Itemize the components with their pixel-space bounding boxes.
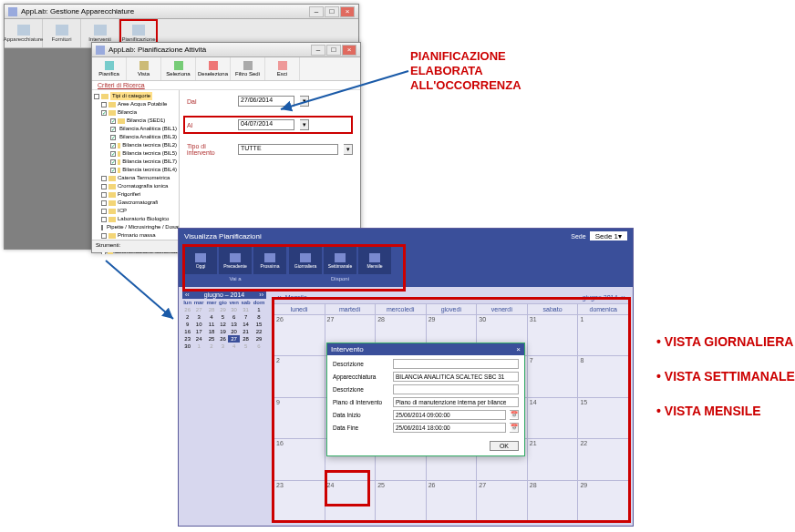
arrow-to-calendar [100,255,182,328]
dialog-max-button[interactable]: □ [326,45,341,56]
dialog-min-button[interactable]: – [311,45,325,56]
btn-mensile[interactable]: Mensile [358,247,391,274]
calendar-titlebar: Visualizza Pianificazioni Sede Sede 1 ▾ [179,229,633,243]
dialog-title: AppLab: Pianificazione Attività [108,46,206,54]
supplier-icon [56,25,68,36]
exit-icon [278,61,287,70]
al-dropdown-icon[interactable]: ▾ [300,119,309,130]
callout-views: VISTA GIORNALIERA VISTA SETTIMANALE VIST… [656,324,795,428]
day-icon [300,253,311,262]
al-label: Al [187,122,232,128]
popup-desc1[interactable] [393,359,519,369]
calendar-title: Visualizza Pianificazioni [184,232,262,240]
planning-dialog: AppLab: Pianificazione Attività – □ × Pi… [91,42,361,253]
callout-pianificazione: PIANIFICAZIONE ELABORATA ALL'OCCORRENZA [410,49,521,93]
tb-filtrosedi[interactable]: Filtro Sedi [231,57,265,80]
svg-line-1 [106,261,173,319]
minimize-button[interactable]: – [309,6,324,17]
tb-seleziona[interactable]: Seleziona [161,57,196,80]
dialog-close-button[interactable]: × [342,45,356,56]
tb-pianifica[interactable]: Pianifica [92,57,127,80]
tb-fornitori[interactable]: Fornitori [43,19,81,47]
tb-deseleziona[interactable]: Deseleziona [196,57,231,80]
popup-datafine[interactable]: 25/06/2014 18:00:00 [393,423,506,433]
select-icon [174,61,183,70]
month-title: giugno 2014 [583,294,618,301]
intervention-icon [94,25,107,36]
mini-prev[interactable]: ‹‹ [182,292,192,298]
close-button[interactable]: × [340,6,355,17]
btn-precedente[interactable]: Precedente [219,247,252,274]
planning-icon [132,25,145,36]
ok-button[interactable]: OK [490,441,519,451]
month-icon [369,253,380,262]
dal-label: Dal [187,98,232,105]
main-titlebar: AppLab: Gestione Apparecchiature – □ × [5,5,358,19]
main-title: AppLab: Gestione Apparecchiature [21,7,134,15]
tipo-label: Tipo di intervento [187,143,232,156]
today-icon [195,253,206,262]
btn-prossima[interactable]: Prossima [253,247,286,274]
deselect-icon [209,61,218,70]
popup-desc2[interactable] [393,384,519,394]
popup-close-icon[interactable]: × [516,345,521,353]
dialog-icon [96,46,105,55]
criteria-label: Criteri di Ricerca [92,81,360,90]
category-tree[interactable]: Tipi di categorie Aree Acqua PotabileBil… [92,90,180,254]
tb-esci[interactable]: Esci [265,57,300,80]
prev-icon [230,253,241,262]
sede-label: Sede [571,233,585,240]
mini-calendar[interactable]: ‹‹giugno – 2014›› lunmarmergiovensabdom2… [179,287,270,526]
popup-piano[interactable]: Piano di manutenzione interna per bilanc… [393,397,519,407]
view-icon [139,61,149,70]
btn-settimanale[interactable]: Settimanale [324,247,356,274]
dal-input[interactable]: 27/06/2014 [238,96,294,107]
btn-oggi[interactable]: Oggi [184,247,217,274]
calendar-icon[interactable]: 📅 [510,410,519,420]
week-icon [335,253,346,262]
dialog-toolbar: Pianifica Vista Seleziona Deseleziona Fi… [92,57,360,81]
month-label: Mensile [285,294,307,301]
sede-select[interactable]: Sede 1 ▾ [590,231,627,240]
calendar-icon[interactable]: 📅 [510,423,519,433]
mini-next[interactable]: ›› [256,292,266,298]
filter-icon [243,61,253,70]
tb-vista[interactable]: Vista [127,57,161,80]
maximize-button[interactable]: □ [325,6,339,17]
tipo-dropdown-icon[interactable]: ▾ [344,144,353,155]
intervento-popup: Intervento× Descrizione ApparecchiaturaB… [326,343,525,456]
plan-icon [105,61,114,70]
popup-apparecchiatura[interactable]: BILANCIA ANALITICA SCALTEC SBC 31 [393,372,519,382]
calendar-toolbar: Oggi Precedente Prossima Vai a Giornalie… [179,243,633,287]
al-input[interactable]: 04/07/2014 [238,119,294,130]
device-icon [17,25,30,36]
popup-titlebar: Intervento× [327,343,524,355]
app-icon [8,7,17,16]
tipo-select[interactable]: TUTTE [238,144,338,155]
tb-apparecchiature[interactable]: Apparecchiature [5,19,43,47]
dialog-titlebar: AppLab: Pianificazione Attività – □ × [92,43,360,57]
month-next[interactable]: ›› [617,294,629,301]
btn-giornaliera[interactable]: Giornaliera [289,247,322,274]
popup-datainizio[interactable]: 25/06/2014 09:00:00 [393,410,506,420]
month-prev[interactable]: ‹‹ [274,294,285,301]
next-icon [264,253,275,262]
dal-dropdown-icon[interactable]: ▾ [300,96,309,107]
